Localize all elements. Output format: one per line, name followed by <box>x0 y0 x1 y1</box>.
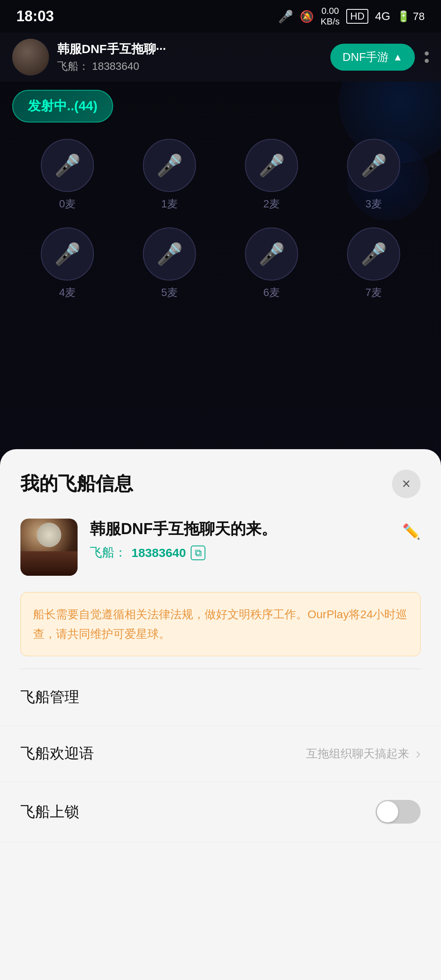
mic-label-7: 7麦 <box>365 285 382 300</box>
sheet-close-button[interactable]: × <box>392 470 421 498</box>
menu-welcome-value: 互拖组织聊天搞起来 <box>306 746 409 762</box>
mic-label-0: 0麦 <box>59 197 76 211</box>
header-avatar[interactable] <box>12 39 49 76</box>
menu-item-management[interactable]: 飞船管理 <box>0 669 441 726</box>
mic-icon-5: 🎤 <box>156 242 183 267</box>
broadcasting-text: 发射中..(44) <box>28 98 98 113</box>
chevron-right-icon: › <box>416 745 421 762</box>
game-button-arrow: ▲ <box>393 51 403 63</box>
mic-circle-5[interactable]: 🎤 <box>143 227 196 281</box>
status-bar: 18:03 🎤 🔕 0.00KB/s HD 4G 🔋 78 <box>0 0 441 33</box>
mic-row-1: 🎤 0麦 🎤 1麦 🎤 2麦 🎤 3麦 <box>16 139 425 211</box>
menu-item-management-left: 飞船管理 <box>20 687 79 707</box>
more-dot-2 <box>425 59 429 63</box>
mic-label-5: 5麦 <box>161 285 178 300</box>
menu-lock-label: 飞船上锁 <box>20 802 79 822</box>
header-info: 韩服DNF手互拖聊··· 飞船： 18383640 <box>57 41 330 74</box>
notice-text: 船长需要自觉遵循相关法律法规，做好文明秩序工作。OurPlay将24小时巡查，请… <box>33 605 408 644</box>
network-type: 4G <box>375 10 390 23</box>
mic-slot-3[interactable]: 🎤 3麦 <box>341 139 406 211</box>
profile-name: 韩服DNF手互拖聊天的来。 <box>90 519 277 539</box>
mic-slot-6[interactable]: 🎤 6麦 <box>239 227 304 300</box>
menu-welcome-label: 飞船欢迎语 <box>20 744 94 764</box>
mic-slot-7[interactable]: 🎤 7麦 <box>341 227 406 300</box>
mic-circle-1[interactable]: 🎤 <box>143 139 196 192</box>
mic-icon-4: 🎤 <box>54 242 81 267</box>
mic-label-1: 1麦 <box>161 197 178 211</box>
profile-id-value: 18383640 <box>131 546 186 560</box>
profile-id-row: 飞船： 18383640 ⧉ <box>90 544 421 561</box>
copy-icon: ⧉ <box>195 547 202 559</box>
broadcasting-badge: 发射中..(44) <box>12 90 113 122</box>
mic-icon-0: 🎤 <box>54 153 81 178</box>
sheet-header: 我的飞船信息 × <box>0 449 441 510</box>
mic-slot-4[interactable]: 🎤 4麦 <box>35 227 100 300</box>
edit-icon[interactable]: ✏️ <box>402 523 421 540</box>
copy-id-button[interactable]: ⧉ <box>191 546 205 560</box>
profile-id-label: 飞船： <box>90 544 127 561</box>
header-room-id: 飞船： 18383640 <box>57 59 330 74</box>
ship-info-sheet: 我的飞船信息 × 韩服DNF手互拖聊天的来。 ✏️ 飞船： 18383640 ⧉ <box>0 449 441 980</box>
header-room-name: 韩服DNF手互拖聊··· <box>57 41 330 58</box>
mic-circle-4[interactable]: 🎤 <box>41 227 94 281</box>
game-button-label: DNF手游 <box>343 49 389 65</box>
network-speed: 0.00KB/s <box>321 6 339 27</box>
mic-label-6: 6麦 <box>263 285 280 300</box>
mic-circle-3[interactable]: 🎤 <box>347 139 400 192</box>
game-button[interactable]: DNF手游 ▲ <box>330 44 415 71</box>
menu-item-welcome-right: 互拖组织聊天搞起来 › <box>306 745 421 762</box>
profile-info: 韩服DNF手互拖聊天的来。 ✏️ 飞船： 18383640 ⧉ <box>90 519 421 561</box>
profile-avatar-image <box>20 519 78 576</box>
more-button[interactable] <box>425 51 429 63</box>
mic-circle-0[interactable]: 🎤 <box>41 139 94 192</box>
mic-circle-2[interactable]: 🎤 <box>245 139 298 192</box>
status-icons: 🎤 🔕 0.00KB/s HD 4G 🔋 78 <box>278 6 425 27</box>
mic-grid: 🎤 0麦 🎤 1麦 🎤 2麦 🎤 3麦 🎤 <box>0 131 441 324</box>
profile-avatar[interactable] <box>20 519 78 576</box>
mic-circle-6[interactable]: 🎤 <box>245 227 298 281</box>
mic-icon-1: 🎤 <box>156 153 183 178</box>
battery-icon: 🔋 78 <box>397 10 425 23</box>
more-dot-1 <box>425 51 429 56</box>
mic-icon-6: 🎤 <box>258 242 285 267</box>
mic-slot-1[interactable]: 🎤 1麦 <box>137 139 202 211</box>
mic-label-3: 3麦 <box>365 197 382 211</box>
sheet-title: 我的飞船信息 <box>20 471 133 497</box>
mute-icon: 🔕 <box>300 10 314 23</box>
hd-badge: HD <box>346 9 369 24</box>
mic-row-2: 🎤 4麦 🎤 5麦 🎤 6麦 🎤 7麦 <box>16 227 425 300</box>
lock-toggle[interactable] <box>376 800 421 824</box>
mic-label-4: 4麦 <box>59 285 76 300</box>
profile-section: 韩服DNF手互拖聊天的来。 ✏️ 飞船： 18383640 ⧉ <box>0 510 441 588</box>
header-avatar-image <box>12 39 49 76</box>
mic-slot-5[interactable]: 🎤 5麦 <box>137 227 202 300</box>
mic-status-icon: 🎤 <box>278 9 293 24</box>
mic-slot-2[interactable]: 🎤 2麦 <box>239 139 304 211</box>
menu-item-lock-right <box>376 800 421 824</box>
mic-icon-7: 🎤 <box>361 242 387 267</box>
menu-item-welcome[interactable]: 飞船欢迎语 互拖组织聊天搞起来 › <box>0 726 441 782</box>
mic-slot-0[interactable]: 🎤 0麦 <box>35 139 100 211</box>
top-header: 韩服DNF手互拖聊··· 飞船： 18383640 DNF手游 ▲ <box>0 33 441 82</box>
mic-icon-2: 🎤 <box>258 153 285 178</box>
mic-icon-3: 🎤 <box>361 153 387 178</box>
menu-item-lock[interactable]: 飞船上锁 <box>0 782 441 842</box>
status-time: 18:03 <box>16 8 54 25</box>
menu-management-label: 飞船管理 <box>20 687 79 707</box>
menu-item-welcome-left: 飞船欢迎语 <box>20 744 94 764</box>
mic-label-2: 2麦 <box>263 197 280 211</box>
toggle-knob <box>377 801 398 822</box>
notice-box: 船长需要自觉遵循相关法律法规，做好文明秩序工作。OurPlay将24小时巡查，请… <box>20 592 421 656</box>
menu-item-lock-left: 飞船上锁 <box>20 802 79 822</box>
mic-circle-7[interactable]: 🎤 <box>347 227 400 281</box>
